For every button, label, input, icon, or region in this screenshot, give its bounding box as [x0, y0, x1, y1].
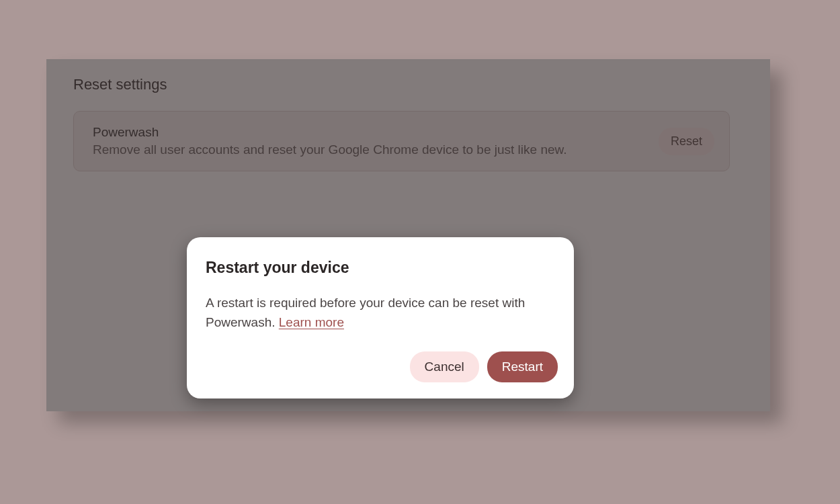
restart-dialog: Restart your device A restart is require… [187, 237, 574, 398]
dialog-body: A restart is required before your device… [206, 293, 558, 333]
dialog-title: Restart your device [206, 259, 558, 277]
restart-button[interactable]: Restart [487, 351, 558, 382]
cancel-button[interactable]: Cancel [410, 351, 479, 382]
dialog-actions: Cancel Restart [206, 351, 558, 382]
learn-more-link[interactable]: Learn more [279, 315, 344, 329]
dialog-body-text: A restart is required before your device… [206, 296, 525, 329]
